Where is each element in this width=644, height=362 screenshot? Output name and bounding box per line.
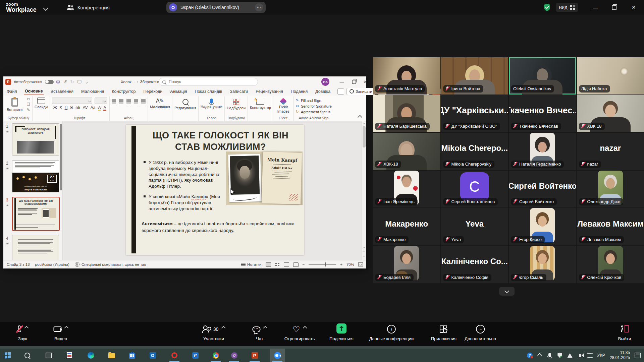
slide-thumbnail-4[interactable] xyxy=(12,235,59,260)
teamviewer-icon[interactable]: ⇄ xyxy=(187,349,203,362)
participants-button[interactable]: 30 Участники xyxy=(203,324,225,341)
participant-tile[interactable]: nazar nazar xyxy=(577,133,644,170)
tab-home[interactable]: Основне xyxy=(24,88,44,95)
comments-icon[interactable] xyxy=(337,88,344,95)
participant-tile[interactable]: C Сергей Константинов xyxy=(441,171,508,208)
zoom-percent[interactable]: 70% xyxy=(346,262,354,266)
align-right-icon[interactable] xyxy=(126,103,131,106)
outlook-icon[interactable]: O xyxy=(145,349,160,362)
slide-sorter-view-button[interactable] xyxy=(275,262,280,267)
language-status[interactable]: російська (Україна) xyxy=(35,262,69,266)
participant-tile[interactable]: Єгор Смаль xyxy=(509,246,576,283)
agreement-status-button[interactable]: ↻Agreement Status xyxy=(296,110,330,114)
chrome-icon[interactable] xyxy=(208,349,223,362)
participant-tile[interactable]: Олександр Дєєв xyxy=(577,171,644,208)
slide-image-mein-kampf[interactable]: Mein Kampf Adolf Hitler xyxy=(226,152,303,205)
change-case-button[interactable]: Aa xyxy=(91,105,96,110)
participant-tile[interactable]: Наталія Герасіменко xyxy=(509,133,576,170)
undo-icon[interactable]: ↺ xyxy=(63,79,67,84)
tab-options-icon[interactable]: ⋯ xyxy=(255,3,263,11)
close-button[interactable]: ✕ xyxy=(626,0,641,15)
dictate-button[interactable]: Надиктувати xyxy=(201,97,222,109)
ppt-close-button[interactable]: ✕ xyxy=(360,76,371,87)
sort-icon[interactable] xyxy=(141,98,146,102)
scroll-up-icon[interactable]: ▲ xyxy=(363,122,365,124)
slide-counter[interactable]: Слайд 3 з 13 xyxy=(7,262,30,266)
volume-icon[interactable] xyxy=(575,354,585,357)
security-tray-icon[interactable] xyxy=(555,353,565,358)
apps-button[interactable]: Приложения xyxy=(431,324,457,341)
participants-options-caret[interactable] xyxy=(221,326,225,330)
char-spacing-button[interactable]: AV xyxy=(83,105,88,110)
tab-slideshow[interactable]: Показ слайдів xyxy=(194,88,223,95)
touch-keyboard-icon[interactable] xyxy=(585,353,595,358)
save-icon[interactable]: ⛁ xyxy=(56,79,60,84)
participant-tile[interactable]: Бодарев Ілля xyxy=(373,246,440,283)
participant-tile[interactable]: Наталя Баришевська xyxy=(373,95,440,132)
new-slide-button[interactable]: Слайди xyxy=(35,97,48,109)
numbering-icon[interactable] xyxy=(119,98,123,102)
participant-tile[interactable]: Ірина Войтова xyxy=(441,57,508,95)
audio-button[interactable]: Звук xyxy=(17,324,28,341)
task-view-button[interactable] xyxy=(41,349,56,362)
video-button[interactable]: Видео xyxy=(54,324,68,341)
designer-button[interactable]: Конструктор xyxy=(250,97,271,110)
tab-conference[interactable]: Конференция xyxy=(67,5,110,10)
account-avatar[interactable]: ОА xyxy=(321,78,329,86)
record-button[interactable]: Записати xyxy=(346,88,375,95)
slideshow-icon[interactable]: 🖵 xyxy=(77,79,82,84)
participant-tile[interactable]: Анастасія Мантуло xyxy=(373,57,440,95)
scroll-down-icon[interactable]: ▼ xyxy=(363,246,365,249)
tab-draw[interactable]: Малювання xyxy=(80,88,105,95)
participant-tile[interactable]: Сиргей Войтенко Сиргей Войтенко xyxy=(509,171,576,208)
search-input[interactable]: Пошук xyxy=(159,78,258,86)
strikethrough-button[interactable]: S xyxy=(70,105,73,110)
participant-tile[interactable]: Yeva Yeva xyxy=(441,208,508,245)
tab-file[interactable]: Файл xyxy=(6,88,18,95)
align-center-icon[interactable] xyxy=(119,103,123,106)
highlight-button[interactable]: A xyxy=(98,106,101,111)
align-left-icon[interactable] xyxy=(112,103,116,106)
bold-button[interactable]: Ж xyxy=(53,105,57,110)
slide-bullets[interactable]: У 1933 р. на виборах у Німеччині здобула… xyxy=(144,160,228,216)
slide-thumbnail-3-selected[interactable]: ЩО ТАКЕ ГОЛОКОСТ І ЯК ВІН СТАВ МОЖЛИВИМ? xyxy=(12,197,60,231)
participant-tile-active-speaker[interactable]: Oleksii Ovsiannikov xyxy=(509,57,576,95)
font-color-button[interactable]: A xyxy=(103,106,106,111)
tray-expand-icon[interactable] xyxy=(535,354,545,357)
microsoft-store-icon[interactable] xyxy=(124,349,140,362)
taskbar-clock[interactable]: 11:35 28.01.2025 xyxy=(607,350,633,360)
slideshow-view-button[interactable] xyxy=(293,262,299,267)
italic-button[interactable]: К xyxy=(60,105,62,110)
justify-icon[interactable] xyxy=(134,103,138,106)
autosave-toggle[interactable] xyxy=(45,80,54,84)
underline-button[interactable]: П xyxy=(65,105,68,110)
network-icon[interactable] xyxy=(565,353,575,358)
pickit-button[interactable]: Pickit Images xyxy=(275,97,291,113)
format-painter-icon[interactable]: ✎ xyxy=(27,108,30,112)
ppt-restore-button[interactable] xyxy=(348,76,360,87)
tab-screen-share[interactable]: O Экран (Oleksii Ovsiannikov) ⋯ xyxy=(166,2,266,13)
reading-view-button[interactable] xyxy=(284,262,289,267)
taskbar-search-button[interactable] xyxy=(19,349,35,362)
copy-icon[interactable]: ❐ xyxy=(27,102,30,107)
normal-view-button[interactable] xyxy=(266,262,271,267)
opera-icon[interactable] xyxy=(167,349,182,362)
fit-slide-button[interactable] xyxy=(358,262,363,266)
font-size-select[interactable] xyxy=(95,98,107,104)
scrollbar-thumb[interactable] xyxy=(363,126,366,147)
participant-tile[interactable]: Макаренко Макаренко xyxy=(373,208,440,245)
drawing-button[interactable]: A✎ Малювання xyxy=(150,97,170,109)
participant-tile[interactable]: Ткаченко Вячес... Ткаченко Вячеслав xyxy=(509,95,576,132)
audio-options-caret[interactable] xyxy=(24,326,29,330)
security-shield-icon[interactable] xyxy=(543,3,551,11)
chat-button[interactable]: Чат xyxy=(253,324,267,341)
slide-thumbnail-1[interactable]: ГОЛОКОСТ: НЕВІДОМІ ВІХИ ІСТОРІЇ xyxy=(12,123,59,156)
fill-and-sign-button[interactable]: ✎Fill and Sign xyxy=(296,98,321,103)
chevron-down-icon[interactable] xyxy=(43,6,48,11)
font-name-select[interactable] xyxy=(52,98,92,104)
tab-design[interactable]: Конструктор xyxy=(111,88,136,95)
video-options-caret[interactable] xyxy=(64,326,69,330)
more-button[interactable]: ⋯ Дополнительно xyxy=(465,324,496,341)
participant-tile[interactable]: Іван Яремінець xyxy=(373,171,440,208)
gallery-scroll-down-button[interactable] xyxy=(499,287,515,296)
